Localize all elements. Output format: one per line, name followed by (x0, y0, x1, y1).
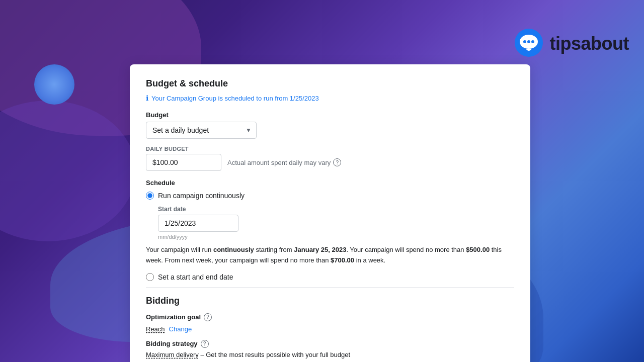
svg-point-2 (523, 40, 526, 43)
money-1: $500.00 (466, 246, 490, 253)
info-icon: ℹ (146, 94, 148, 102)
opt-goal-help-icon[interactable]: ? (204, 313, 212, 321)
opt-goal-row: Optimization goal ? (146, 313, 514, 321)
schedule-section: Schedule Run campaign continuously Start… (146, 179, 514, 281)
schedule-label: Schedule (146, 179, 514, 187)
set-start-end-option[interactable]: Set a start and end date (146, 273, 514, 281)
svg-point-4 (531, 40, 534, 43)
set-start-end-radio[interactable] (146, 273, 154, 281)
bidding-strategy-row: Bidding strategy ? (146, 340, 514, 348)
daily-budget-input[interactable] (146, 154, 221, 171)
budget-label: Budget (146, 111, 514, 119)
daily-budget-section: Daily Budget Actual amount spent daily m… (146, 146, 514, 171)
help-icon[interactable]: ? (333, 158, 341, 166)
run-continuously-option[interactable]: Run campaign continuously (146, 192, 514, 200)
bidding-strategy-label: Bidding strategy (146, 340, 198, 347)
section-title: Budget & schedule (146, 78, 514, 89)
set-start-end-label: Set a start and end date (158, 273, 233, 281)
opt-goal-value: Reach (146, 325, 165, 333)
change-link[interactable]: Change (169, 325, 192, 333)
budget-select-wrapper[interactable]: Set a daily budget Set a lifetime budget… (146, 122, 257, 139)
bidding-section: Bidding Optimization goal ? Reach Change… (146, 296, 514, 358)
bidding-section-title: Bidding (146, 296, 514, 306)
start-date-section: Start date 1/25/2023 mm/dd/yyyy (158, 206, 514, 240)
opt-goal-label: Optimization goal (146, 313, 201, 321)
start-date-input-wrapper[interactable]: 1/25/2023 (158, 215, 238, 232)
continuously-bold: continuously (213, 246, 254, 253)
date-format-hint: mm/dd/yyyy (158, 234, 514, 240)
info-banner: ℹ Your Campaign Group is scheduled to ru… (146, 94, 514, 102)
main-card: Budget & schedule ℹ Your Campaign Group … (130, 64, 530, 362)
logo-icon (513, 28, 545, 60)
run-continuously-label: Run campaign continuously (158, 192, 245, 200)
bidding-strategy-name: Maximum delivery (146, 351, 199, 358)
bidding-strategy-desc: Maximum delivery – Get the most results … (146, 351, 514, 358)
daily-budget-hint-text: Actual amount spent daily may vary (227, 159, 331, 166)
campaign-info-text: Your campaign will run continuously star… (146, 245, 514, 266)
daily-budget-label: Daily Budget (146, 146, 514, 152)
start-date-bold: January 25, 2023 (294, 246, 346, 253)
logo-text: tipsabout (550, 33, 629, 54)
daily-budget-hint: Actual amount spent daily may vary ? (227, 158, 341, 166)
daily-budget-row: Actual amount spent daily may vary ? (146, 154, 514, 171)
start-date-label: Start date (158, 206, 514, 213)
circle-accent (34, 64, 74, 105)
budget-select[interactable]: Set a daily budget Set a lifetime budget (146, 122, 257, 139)
bidding-strategy-desc-text: – Get the most results possible with you… (200, 351, 350, 358)
info-banner-text: Your Campaign Group is scheduled to run … (151, 95, 319, 102)
svg-point-3 (527, 40, 530, 43)
start-date-value: 1/25/2023 (165, 219, 232, 227)
bidding-strategy-help-icon[interactable]: ? (201, 340, 209, 348)
logo-area: tipsabout (513, 28, 629, 60)
section-divider (146, 287, 514, 288)
opt-goal-value-row: Reach Change (146, 325, 514, 333)
money-2: $700.00 (331, 256, 354, 264)
run-continuously-radio[interactable] (146, 192, 154, 200)
